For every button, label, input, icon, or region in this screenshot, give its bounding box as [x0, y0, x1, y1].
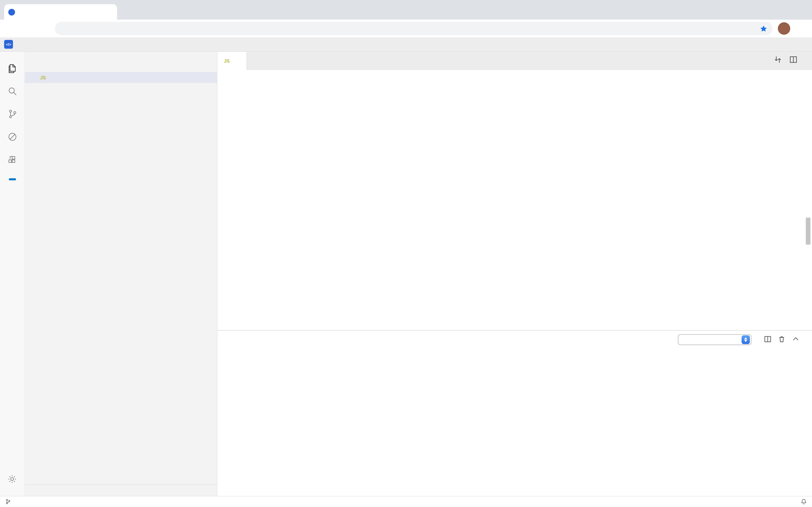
- git-branch-indicator[interactable]: [5, 499, 13, 505]
- split-terminal-icon[interactable]: [764, 335, 772, 344]
- notifications-bell-icon[interactable]: [801, 499, 807, 505]
- htop-function-keys: [217, 350, 812, 358]
- workspace-header[interactable]: [25, 83, 217, 94]
- outline-header[interactable]: [25, 484, 217, 496]
- extensions-icon[interactable]: [0, 148, 25, 171]
- open-changes-icon[interactable]: [773, 55, 782, 66]
- cpu-toggle-badge[interactable]: [8, 178, 16, 180]
- open-editors-header[interactable]: [25, 61, 217, 72]
- panel-header: [217, 330, 812, 349]
- browser-tab-bar: [0, 0, 812, 19]
- select-stepper-icon: [742, 335, 750, 344]
- search-icon[interactable]: [0, 80, 25, 103]
- sidebar-title: [25, 52, 217, 60]
- editor-group: JS: [217, 52, 812, 496]
- settings-gear-icon[interactable]: [0, 467, 25, 490]
- maximize-panel-icon[interactable]: [792, 335, 799, 344]
- open-editor-item[interactable]: JS: [25, 72, 217, 83]
- js-file-icon: JS: [39, 75, 47, 80]
- address-bar[interactable]: [55, 22, 772, 35]
- terminal[interactable]: [217, 349, 812, 496]
- terminal-select[interactable]: [678, 334, 751, 345]
- titlebar: </>: [0, 37, 812, 52]
- editor-scrollbar[interactable]: [806, 218, 810, 244]
- browser-window: </>: [0, 0, 812, 507]
- editor-tab-bar: JS: [217, 52, 812, 70]
- editor-tab[interactable]: JS: [217, 52, 247, 70]
- status-bar: [0, 496, 812, 507]
- workbench: JS JS: [0, 52, 812, 496]
- code-server-logo: </>: [4, 40, 13, 49]
- browser-tab[interactable]: [4, 4, 117, 19]
- site-favicon: [8, 8, 15, 15]
- debug-icon[interactable]: [0, 125, 25, 148]
- source-control-icon[interactable]: [0, 103, 25, 125]
- minimap[interactable]: [765, 72, 804, 269]
- browser-toolbar: [0, 19, 812, 37]
- bottom-panel: [217, 330, 812, 496]
- file-tree: [25, 94, 217, 484]
- bookmark-star-icon[interactable]: [760, 25, 767, 33]
- split-editor-icon[interactable]: [789, 55, 798, 66]
- explorer-icon[interactable]: [0, 57, 25, 80]
- profile-avatar[interactable]: [778, 22, 790, 35]
- js-file-icon: JS: [223, 58, 231, 63]
- activity-bar: [0, 52, 25, 496]
- kill-terminal-icon[interactable]: [778, 335, 786, 344]
- explorer-sidebar: JS: [25, 52, 217, 496]
